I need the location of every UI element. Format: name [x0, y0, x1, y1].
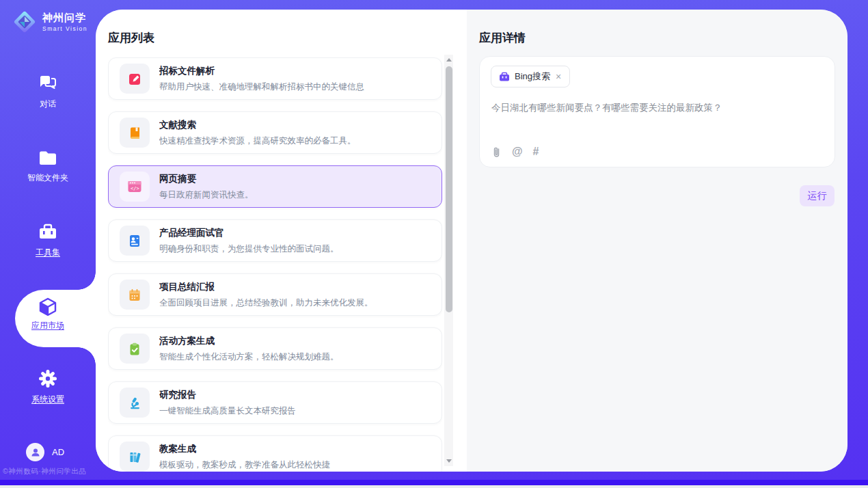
resume-icon	[120, 226, 150, 256]
books-icon	[120, 442, 150, 472]
app-desc: 一键智能生成高质量长文本研究报告	[159, 405, 296, 417]
brand-name: 神州问学	[42, 12, 87, 25]
app-desc: 智能生成个性化活动方案，轻松解决规划难题。	[159, 351, 339, 363]
sidebar-item-label: 智能文件夹	[0, 172, 96, 184]
app-desc: 帮助用户快速、准确地理解和解析招标书中的关键信息	[159, 81, 364, 93]
webpage-code-icon: </>	[120, 172, 150, 202]
brand-subtitle: Smart Vision	[42, 25, 87, 32]
sidebar-item-label: 工具集	[0, 247, 96, 258]
app-list-title: 应用列表	[108, 30, 154, 46]
scrollbar-thumb[interactable]	[446, 66, 452, 312]
scroll-up-arrow-icon[interactable]	[444, 55, 453, 65]
tool-tag-label: Bing搜索	[515, 70, 550, 83]
app-list: 招标文件解析 帮助用户快速、准确地理解和解析招标书中的关键信息 文献搜索	[108, 57, 442, 472]
folder-icon	[38, 149, 58, 167]
toolbox-icon	[38, 223, 58, 241]
app-name: 文献搜索	[159, 119, 356, 131]
sidebar-item-label: 应用市场	[0, 320, 96, 331]
microscope-icon	[120, 388, 150, 418]
scroll-down-arrow-icon[interactable]	[444, 456, 453, 466]
briefcase-icon	[499, 72, 510, 82]
app-card-pm-interviewer[interactable]: 产品经理面试官 明确身份和职责，为您提供专业性的面试问题。	[108, 219, 442, 262]
bubble-notch-top	[78, 272, 96, 290]
clipboard-check-icon	[120, 334, 150, 364]
edit-document-icon	[120, 64, 150, 94]
brand-logo: 神州问学 Smart Vision	[12, 10, 87, 34]
attachment-icon[interactable]	[491, 146, 502, 158]
user-icon	[30, 447, 41, 458]
app-detail-title: 应用详情	[479, 30, 526, 46]
user-name: AD	[52, 447, 64, 457]
sidebar-item-app-market[interactable]: 应用市场	[0, 297, 96, 331]
sidebar-footer-text: ©神州数码·神州问学出品	[3, 467, 96, 476]
user-account[interactable]: AD	[26, 443, 64, 461]
app-desc: 快速精准查找学术资源，提高研究效率的必备工具。	[159, 135, 356, 147]
bubble-notch-bottom	[78, 347, 96, 365]
app-desc: 模板驱动，教案秒成，教学准备从此轻松快捷	[159, 459, 330, 471]
app-card-literature-search[interactable]: 文献搜索 快速精准查找学术资源，提高研究效率的必备工具。	[108, 111, 442, 154]
book-icon	[120, 118, 150, 148]
app-name: 活动方案生成	[159, 335, 339, 347]
avatar	[26, 443, 44, 461]
sidebar-item-label: 系统设置	[0, 394, 96, 405]
app-card-lesson-plan[interactable]: 教案生成 模板驱动，教案秒成，教学准备从此轻松快捷	[108, 435, 442, 472]
app-name: 项目总结汇报	[159, 281, 373, 293]
bottom-accent-bar	[0, 480, 868, 485]
diamond-logo-icon	[12, 10, 37, 34]
run-button[interactable]: 运行	[800, 185, 835, 206]
sidebar-item-settings[interactable]: 系统设置	[0, 369, 96, 405]
app-card-project-summary[interactable]: 项目总结汇报 全面回顾项目进展，总结经验教训，助力未来优化发展。	[108, 273, 442, 316]
app-list-panel: 应用列表 招标文件解析 帮助用户快速、准确地理解和解析招标书中的关键信息	[96, 10, 467, 472]
hashtag-icon[interactable]: #	[533, 146, 539, 158]
app-desc: 每日政府新闻资讯快查。	[159, 189, 254, 201]
sidebar-item-label: 对话	[0, 98, 96, 110]
calendar-icon	[120, 280, 150, 310]
app-frame: 神州问学 Smart Vision 对话 智能文件夹	[0, 0, 868, 480]
app-name: 研究报告	[159, 389, 296, 401]
app-name: 招标文件解析	[159, 65, 364, 77]
svg-text:</>: </>	[131, 186, 139, 191]
cube-icon	[38, 297, 58, 317]
app-desc: 明确身份和职责，为您提供专业性的面试问题。	[159, 243, 339, 255]
app-desc: 全面回顾项目进展，总结经验教训，助力未来优化发展。	[159, 297, 373, 309]
app-card-bid-analysis[interactable]: 招标文件解析 帮助用户快速、准确地理解和解析招标书中的关键信息	[108, 57, 442, 100]
app-name: 网页摘要	[159, 173, 254, 185]
brand-text: 神州问学 Smart Vision	[42, 12, 87, 32]
prompt-card: Bing搜索 × 今日湖北有哪些新闻要点？有哪些需要关注的最新政策？ @ #	[479, 56, 835, 167]
app-name: 产品经理面试官	[159, 227, 339, 239]
app-name: 教案生成	[159, 443, 330, 455]
app-card-web-summary[interactable]: </> 网页摘要 每日政府新闻资讯快查。	[108, 165, 442, 208]
sidebar-item-chat[interactable]: 对话	[0, 74, 96, 110]
chat-icon	[38, 74, 58, 93]
app-card-research-report[interactable]: 研究报告 一键智能生成高质量长文本研究报告	[108, 381, 442, 424]
query-input[interactable]: 今日湖北有哪些新闻要点？有哪些需要关注的最新政策？	[491, 102, 823, 114]
sidebar-item-toolbox[interactable]: 工具集	[0, 223, 96, 258]
gear-icon	[38, 369, 57, 388]
close-icon[interactable]: ×	[555, 72, 562, 81]
mention-icon[interactable]: @	[512, 146, 523, 158]
tool-tag-bing-search[interactable]: Bing搜索 ×	[491, 66, 570, 87]
content-area: 应用列表 招标文件解析 帮助用户快速、准确地理解和解析招标书中的关键信息	[96, 10, 847, 472]
sidebar-item-smart-folder[interactable]: 智能文件夹	[0, 149, 96, 184]
app-detail-panel: 应用详情 Bing搜索 × 今日湖北有哪些新闻要点？有哪些需要关注的最新政策？	[467, 10, 847, 472]
input-toolbar: @ #	[491, 146, 539, 158]
app-list-scrollbar[interactable]	[444, 55, 453, 466]
app-card-event-plan[interactable]: 活动方案生成 智能生成个性化活动方案，轻松解决规划难题。	[108, 327, 442, 370]
sidebar: 神州问学 Smart Vision 对话 智能文件夹	[0, 0, 96, 480]
